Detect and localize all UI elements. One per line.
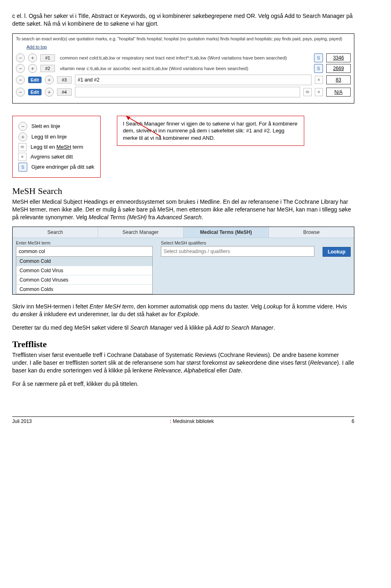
legend-box: −Slett en linje +Legg til en linje mLegg… [12,116,101,178]
row-number: #2 [40,65,55,72]
qualifiers-input[interactable] [161,246,314,257]
tab-browse[interactable]: Browse [269,227,354,238]
row-number: #4 [57,88,72,96]
mesh-paragraph: MeSH eller Medical Subject Headings er e… [12,198,354,221]
suggestion-item[interactable]: Common Cold [16,257,152,266]
enter-mesh-input[interactable] [16,246,153,257]
query-text: vitamin near c:ti,ab,kw or ascorbic next… [58,66,311,71]
result-count[interactable]: 3346 [326,53,351,62]
tab-manager[interactable]: Search Manager [98,227,184,238]
after-mesh-p2: Deretter tar du med deg MeSH søket vider… [12,324,354,332]
mesh-heading: MeSH Search [12,186,354,196]
s-icon: S [18,163,27,172]
minus-icon[interactable]: − [16,88,25,97]
minus-icon: − [18,122,27,131]
treffliste-p2: For å se nærmere på et treff, klikker du… [12,380,354,388]
suggestion-item[interactable]: Common Cold Virus [16,266,152,275]
result-count[interactable]: 2669 [326,64,351,73]
mesh-tabbar: Search Search Manager Medical Terms (MeS… [13,227,354,238]
search-manager-screenshot: To search an exact word(s) use quotation… [12,33,354,104]
footer-page: 6 [351,418,354,424]
query-text: common next cold:ti,ab,kw or respiratory… [58,55,311,60]
treffliste-heading: Treffliste [12,339,354,350]
search-row-1: − + #1 common next cold:ti,ab,kw or resp… [16,53,351,62]
search-help-line: To search an exact word(s) use quotation… [16,36,351,41]
plus-icon[interactable]: + [45,75,54,84]
treffliste-p1: Trefflisten viser først eventuelle treff… [12,351,354,374]
edit-button[interactable]: Edit [28,77,42,83]
suggestion-list: Common Cold Common Cold Virus Common Col… [16,256,153,294]
footer-left: Juli 2013 [12,418,32,424]
limit-icon: ≡ [18,153,26,161]
search-row-2: − + #2 vitamin near c:ti,ab,kw or ascorb… [16,64,351,73]
mesh-icon: m [18,143,26,151]
row-number: #1 [40,54,55,62]
legend-label: Gjøre endringer på ditt søk [31,164,94,170]
footer-mid: :: Medisinsk bibliotek [169,418,214,424]
plus-icon[interactable]: + [28,64,37,73]
legend-label: Slett en linje [31,123,60,129]
suggestion-item[interactable]: Common Colds [16,285,152,294]
edit-button[interactable]: Edit [28,89,42,95]
s-icon[interactable]: S [314,53,323,62]
mesh-body: Enter MeSH term Select MeSH qualifiers L… [13,238,354,294]
page-footer: Juli 2013 :: Medisinsk bibliotek 6 [12,416,354,424]
query-input[interactable] [75,75,312,85]
search-row-3: − Edit + #3 ≡ 83 [16,75,351,85]
limit-icon[interactable]: ≡ [315,76,323,84]
tab-mesh[interactable]: Medical Terms (MeSH) [184,227,269,238]
qualifiers-label: Select MeSH qualifiers [161,240,314,245]
search-row-4: − Edit + #4 m ≡ N/A [16,87,351,97]
suggestion-item[interactable]: Common Cold Viruses [16,275,152,285]
legend-callout-wrap: −Slett en linje +Legg til en linje mLegg… [12,116,354,178]
row-number: #3 [57,76,72,84]
mesh-icon[interactable]: m [303,88,312,96]
minus-icon[interactable]: − [16,75,25,84]
minus-icon[interactable]: − [16,53,25,62]
s-icon[interactable]: S [314,64,323,73]
arrow-icon [122,114,163,139]
result-count[interactable]: 83 [326,75,351,84]
legend-label: Legg til en MeSH term [31,144,83,150]
mesh-screenshot: Search Search Manager Medical Terms (MeS… [12,227,354,295]
limit-icon[interactable]: ≡ [315,88,323,96]
plus-icon: + [18,132,27,141]
minus-icon[interactable]: − [16,64,25,73]
tab-search[interactable]: Search [13,227,98,238]
intro-text: c el. l. Også her søker vi i Title, Abst… [12,13,353,27]
legend-label: Avgrens søket ditt [31,154,73,160]
plus-icon[interactable]: + [45,88,54,97]
query-input[interactable] [75,87,300,97]
enter-mesh-label: Enter MeSH term [16,240,153,245]
after-mesh-p1: Skriv inn MeSH-termen i feltet Enter MeS… [12,303,354,318]
legend-label: Legg til en linje [31,134,67,140]
plus-icon[interactable]: + [28,53,37,62]
svg-line-0 [126,116,161,137]
intro-paragraph: c el. l. Også her søker vi i Title, Abst… [12,12,354,28]
result-count[interactable]: N/A [326,88,351,97]
lookup-button[interactable]: Lookup [323,247,351,257]
add-to-top-link[interactable]: Add to top [26,44,47,49]
